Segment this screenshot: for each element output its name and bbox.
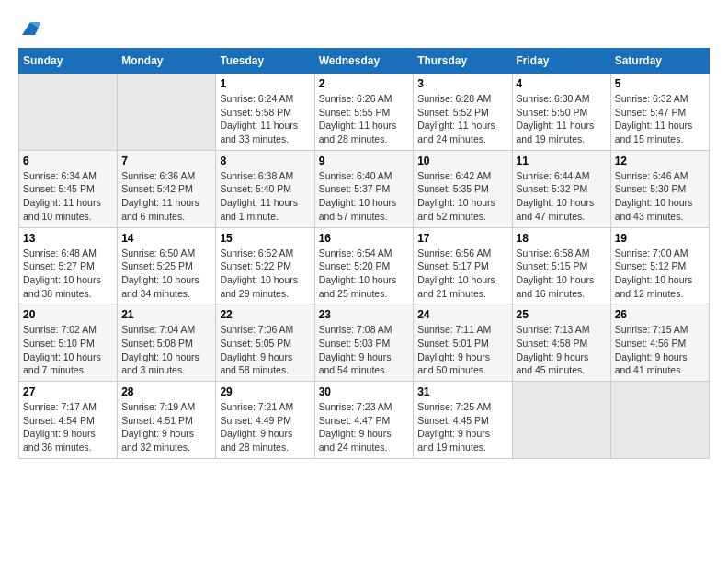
calendar-cell: 30 Sunrise: 7:23 AMSunset: 4:47 PMDaylig… [314,382,414,459]
calendar-week-row: 1 Sunrise: 6:24 AMSunset: 5:58 PMDayligh… [19,74,710,151]
day-number: 20 [23,308,113,321]
day-number: 23 [319,308,410,321]
logo-icon [20,18,40,39]
calendar-cell: 7 Sunrise: 6:36 AMSunset: 5:42 PMDayligh… [118,150,216,227]
calendar-cell: 15 Sunrise: 6:52 AMSunset: 5:22 PMDaylig… [216,227,314,304]
calendar-cell: 25 Sunrise: 7:13 AMSunset: 4:58 PMDaylig… [512,304,610,382]
day-number: 7 [121,155,211,167]
day-number: 24 [417,308,507,321]
day-number: 31 [417,385,507,398]
day-number: 17 [417,232,507,245]
calendar-cell: 1 Sunrise: 6:24 AMSunset: 5:58 PMDayligh… [216,74,314,151]
day-number: 1 [220,77,310,90]
day-detail: Sunrise: 6:46 AMSunset: 5:30 PMDaylight:… [615,170,693,222]
calendar-cell: 16 Sunrise: 6:54 AMSunset: 5:20 PMDaylig… [314,227,414,304]
calendar-cell [19,74,118,151]
calendar-cell: 23 Sunrise: 7:08 AMSunset: 5:03 PMDaylig… [314,304,414,382]
day-number: 6 [23,155,113,167]
day-number: 13 [23,232,113,245]
day-number: 16 [319,232,410,245]
calendar-cell: 27 Sunrise: 7:17 AMSunset: 4:54 PMDaylig… [19,382,118,459]
logo [18,18,40,39]
day-number: 30 [319,385,410,398]
calendar-week-row: 20 Sunrise: 7:02 AMSunset: 5:10 PMDaylig… [19,304,710,382]
day-detail: Sunrise: 6:54 AMSunset: 5:20 PMDaylight:… [319,247,397,299]
day-detail: Sunrise: 6:32 AMSunset: 5:47 PMDaylight:… [615,93,693,144]
calendar-cell: 6 Sunrise: 6:34 AMSunset: 5:45 PMDayligh… [19,150,118,227]
calendar-cell: 10 Sunrise: 6:42 AMSunset: 5:35 PMDaylig… [414,150,512,227]
day-detail: Sunrise: 7:21 AMSunset: 4:49 PMDaylight:… [220,401,293,453]
calendar-week-row: 6 Sunrise: 6:34 AMSunset: 5:45 PMDayligh… [19,150,710,227]
day-detail: Sunrise: 6:34 AMSunset: 5:45 PMDaylight:… [23,170,101,222]
page-header [18,18,710,39]
day-detail: Sunrise: 6:24 AMSunset: 5:58 PMDaylight:… [220,93,298,144]
day-number: 22 [220,308,310,321]
day-detail: Sunrise: 7:06 AMSunset: 5:05 PMDaylight:… [220,324,293,375]
day-number: 10 [417,155,507,167]
day-number: 9 [319,155,410,167]
day-detail: Sunrise: 6:52 AMSunset: 5:22 PMDaylight:… [220,247,298,299]
day-number: 21 [121,308,211,321]
calendar-cell: 2 Sunrise: 6:26 AMSunset: 5:55 PMDayligh… [314,74,414,151]
day-number: 19 [615,232,705,245]
calendar-cell: 17 Sunrise: 6:56 AMSunset: 5:17 PMDaylig… [414,227,512,304]
day-detail: Sunrise: 7:11 AMSunset: 5:01 PMDaylight:… [417,324,491,375]
day-detail: Sunrise: 6:42 AMSunset: 5:35 PMDaylight:… [417,170,495,222]
calendar-cell: 9 Sunrise: 6:40 AMSunset: 5:37 PMDayligh… [314,150,414,227]
day-detail: Sunrise: 6:26 AMSunset: 5:55 PMDaylight:… [319,93,397,144]
calendar-cell: 11 Sunrise: 6:44 AMSunset: 5:32 PMDaylig… [512,150,610,227]
day-detail: Sunrise: 7:17 AMSunset: 4:54 PMDaylight:… [23,401,97,453]
day-detail: Sunrise: 6:28 AMSunset: 5:52 PMDaylight:… [417,93,495,144]
day-detail: Sunrise: 7:04 AMSunset: 5:08 PMDaylight:… [121,324,199,375]
calendar-cell: 18 Sunrise: 6:58 AMSunset: 5:15 PMDaylig… [512,227,610,304]
day-number: 29 [220,385,310,398]
day-detail: Sunrise: 7:25 AMSunset: 4:45 PMDaylight:… [417,401,491,453]
weekday-header-sunday: Sunday [19,49,118,74]
day-number: 26 [615,308,705,321]
day-detail: Sunrise: 6:50 AMSunset: 5:25 PMDaylight:… [121,247,199,299]
calendar-cell: 31 Sunrise: 7:25 AMSunset: 4:45 PMDaylig… [414,382,512,459]
day-number: 12 [615,155,705,167]
day-detail: Sunrise: 6:48 AMSunset: 5:27 PMDaylight:… [23,247,101,299]
calendar-cell: 14 Sunrise: 6:50 AMSunset: 5:25 PMDaylig… [118,227,216,304]
calendar-cell [512,382,610,459]
day-number: 14 [121,232,211,245]
day-detail: Sunrise: 7:02 AMSunset: 5:10 PMDaylight:… [23,324,101,375]
day-number: 3 [417,77,507,90]
weekday-header-monday: Monday [118,49,216,74]
day-detail: Sunrise: 7:00 AMSunset: 5:12 PMDaylight:… [615,247,693,299]
calendar-cell: 5 Sunrise: 6:32 AMSunset: 5:47 PMDayligh… [610,74,709,151]
weekday-header-thursday: Thursday [414,49,512,74]
day-number: 5 [615,77,705,90]
calendar-cell [118,74,216,151]
calendar-cell: 20 Sunrise: 7:02 AMSunset: 5:10 PMDaylig… [19,304,118,382]
calendar-cell: 4 Sunrise: 6:30 AMSunset: 5:50 PMDayligh… [512,74,610,151]
weekday-header-wednesday: Wednesday [314,49,414,74]
day-number: 27 [23,385,113,398]
calendar-cell: 13 Sunrise: 6:48 AMSunset: 5:27 PMDaylig… [19,227,118,304]
day-detail: Sunrise: 6:36 AMSunset: 5:42 PMDaylight:… [121,170,199,222]
day-number: 28 [121,385,211,398]
weekday-header-friday: Friday [512,49,610,74]
calendar-cell: 24 Sunrise: 7:11 AMSunset: 5:01 PMDaylig… [414,304,512,382]
day-detail: Sunrise: 6:38 AMSunset: 5:40 PMDaylight:… [220,170,298,222]
calendar-cell: 22 Sunrise: 7:06 AMSunset: 5:05 PMDaylig… [216,304,314,382]
calendar-cell: 28 Sunrise: 7:19 AMSunset: 4:51 PMDaylig… [118,382,216,459]
day-detail: Sunrise: 6:56 AMSunset: 5:17 PMDaylight:… [417,247,495,299]
day-number: 11 [517,155,607,167]
day-detail: Sunrise: 6:30 AMSunset: 5:50 PMDaylight:… [517,93,595,144]
day-detail: Sunrise: 7:19 AMSunset: 4:51 PMDaylight:… [121,401,195,453]
calendar-cell [610,382,709,459]
day-detail: Sunrise: 6:40 AMSunset: 5:37 PMDaylight:… [319,170,397,222]
day-detail: Sunrise: 6:58 AMSunset: 5:15 PMDaylight:… [517,247,595,299]
calendar-cell: 29 Sunrise: 7:21 AMSunset: 4:49 PMDaylig… [216,382,314,459]
calendar-table: SundayMondayTuesdayWednesdayThursdayFrid… [18,48,710,459]
day-detail: Sunrise: 7:23 AMSunset: 4:47 PMDaylight:… [319,401,392,453]
day-detail: Sunrise: 7:15 AMSunset: 4:56 PMDaylight:… [615,324,688,375]
calendar-cell: 3 Sunrise: 6:28 AMSunset: 5:52 PMDayligh… [414,74,512,151]
day-number: 4 [517,77,607,90]
calendar-week-row: 27 Sunrise: 7:17 AMSunset: 4:54 PMDaylig… [19,382,710,459]
calendar-cell: 19 Sunrise: 7:00 AMSunset: 5:12 PMDaylig… [610,227,709,304]
day-number: 18 [517,232,607,245]
day-number: 2 [319,77,410,90]
